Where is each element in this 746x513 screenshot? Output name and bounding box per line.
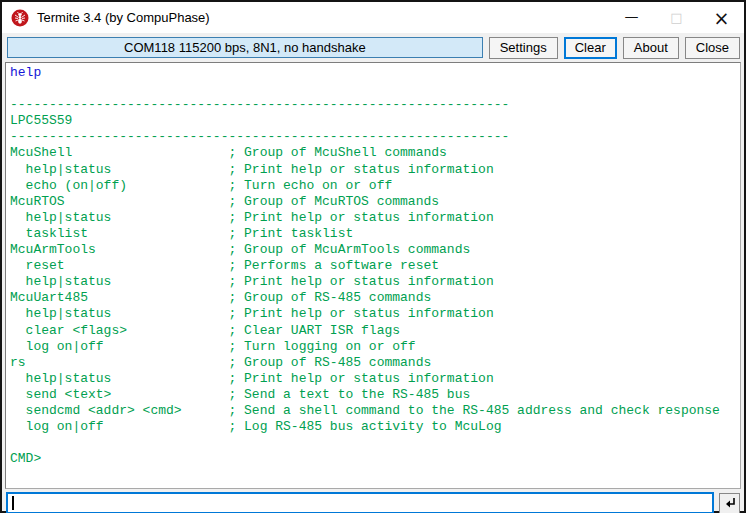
port-status-field[interactable]: COM118 115200 bps, 8N1, no handshake xyxy=(7,37,483,58)
window-controls: — □ × xyxy=(609,2,744,33)
about-button[interactable]: About xyxy=(623,37,679,59)
minimize-button[interactable]: — xyxy=(609,2,654,33)
settings-button[interactable]: Settings xyxy=(489,37,558,59)
close-button[interactable]: Close xyxy=(685,37,740,59)
maximize-button: □ xyxy=(654,2,699,33)
close-icon: × xyxy=(714,7,730,29)
command-input[interactable] xyxy=(6,492,714,513)
toolbar: COM118 115200 bps, 8N1, no handshake Set… xyxy=(2,33,744,62)
titlebar[interactable]: Termite 3.4 (by CompuPhase) — □ × xyxy=(2,2,744,33)
terminal-output-area[interactable]: help -----------------------------------… xyxy=(5,62,741,489)
port-status-text: COM118 115200 bps, 8N1, no handshake xyxy=(124,40,366,55)
clear-button[interactable]: Clear xyxy=(564,37,617,59)
enter-arrow-icon xyxy=(723,497,736,509)
termite-app-icon xyxy=(11,9,29,27)
window-title: Termite 3.4 (by CompuPhase) xyxy=(37,10,210,25)
send-button[interactable] xyxy=(719,493,740,513)
terminal-output: help -----------------------------------… xyxy=(10,65,740,467)
command-input-row xyxy=(6,492,740,513)
window-close-button[interactable]: × xyxy=(699,2,744,33)
maximize-icon: □ xyxy=(670,10,682,25)
termite-window: Termite 3.4 (by CompuPhase) — □ × COM118… xyxy=(0,0,746,513)
minimize-icon: — xyxy=(625,8,639,24)
text-caret xyxy=(12,496,14,510)
